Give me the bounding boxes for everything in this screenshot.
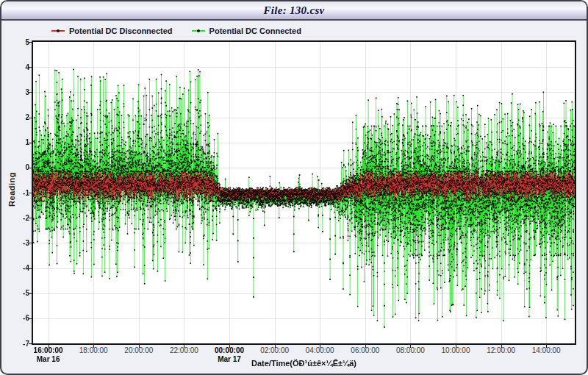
chart-window: File: 130.csv Potential DC DisconnectedP… bbox=[0, 0, 588, 375]
x-tick-label: 16:00:00 bbox=[34, 346, 63, 354]
plot-area bbox=[32, 40, 576, 345]
y-tick-label: 4 bbox=[10, 63, 29, 71]
y-tick-label: -1 bbox=[10, 189, 29, 197]
y-tick-label: 3 bbox=[10, 88, 29, 96]
x-tick-label: 02:00:00 bbox=[260, 346, 289, 354]
x-tick-label: 06:00:00 bbox=[351, 346, 379, 354]
y-tick-mark bbox=[29, 168, 32, 168]
legend-label: Potential DC Disconnected bbox=[69, 26, 173, 35]
y-tick-mark bbox=[29, 143, 32, 143]
x-tick-label: 18:00:00 bbox=[79, 346, 108, 354]
x-tick-label: 20:00:00 bbox=[124, 346, 153, 354]
y-tick-mark bbox=[29, 92, 32, 93]
y-tick-label: 1 bbox=[10, 138, 29, 146]
y-tick-label: -4 bbox=[10, 264, 29, 272]
y-tick-mark bbox=[29, 268, 32, 269]
y-tick-label: 5 bbox=[10, 38, 29, 46]
legend-marker-connected-icon bbox=[192, 30, 205, 32]
y-tick-label: 2 bbox=[10, 113, 29, 121]
y-tick-mark bbox=[29, 343, 32, 344]
y-tick-mark bbox=[29, 42, 32, 43]
y-tick-label: 0 bbox=[10, 163, 29, 171]
x-tick-label: 08:00:00 bbox=[396, 346, 425, 354]
x-tick-label: 04:00:00 bbox=[306, 346, 334, 354]
y-tick-label: -2 bbox=[10, 214, 29, 222]
legend-item-disconnected[interactable]: Potential DC Disconnected bbox=[51, 26, 173, 35]
y-tick-label: -7 bbox=[10, 340, 29, 348]
x-tick-label: 12:00:00 bbox=[487, 346, 515, 354]
y-tick-mark bbox=[29, 293, 32, 294]
y-tick-label: -5 bbox=[10, 289, 29, 297]
x-tick-label: 10:00:00 bbox=[442, 346, 470, 354]
x-tick-label: 14:00:00 bbox=[532, 346, 561, 354]
y-tick-label: -3 bbox=[10, 239, 29, 247]
y-tick-mark bbox=[29, 193, 32, 193]
x-tick-label: 22:00:00 bbox=[170, 346, 198, 354]
legend-dot-icon bbox=[197, 29, 200, 32]
y-tick-mark bbox=[29, 218, 32, 218]
legend: Potential DC DisconnectedPotential DC Co… bbox=[51, 26, 301, 35]
window-title: File: 130.csv bbox=[263, 4, 324, 17]
x-tick-label: 00:00:00 bbox=[215, 346, 244, 354]
x-axis-title: Date/Time(ÖÐ¹ú±ê×¼Ê±¼ä) bbox=[33, 359, 575, 368]
y-tick-mark bbox=[29, 243, 32, 243]
legend-item-connected[interactable]: Potential DC Connected bbox=[192, 26, 301, 35]
legend-marker-disconnected-icon bbox=[51, 30, 65, 32]
y-tick-mark bbox=[29, 318, 32, 319]
legend-dot-icon bbox=[57, 29, 60, 32]
title-bar: File: 130.csv bbox=[1, 1, 587, 21]
y-tick-mark bbox=[29, 67, 32, 68]
legend-label: Potential DC Connected bbox=[209, 26, 301, 35]
y-tick-label: -6 bbox=[10, 314, 29, 322]
y-tick-mark bbox=[29, 118, 32, 118]
chart-canvas[interactable] bbox=[33, 42, 575, 343]
